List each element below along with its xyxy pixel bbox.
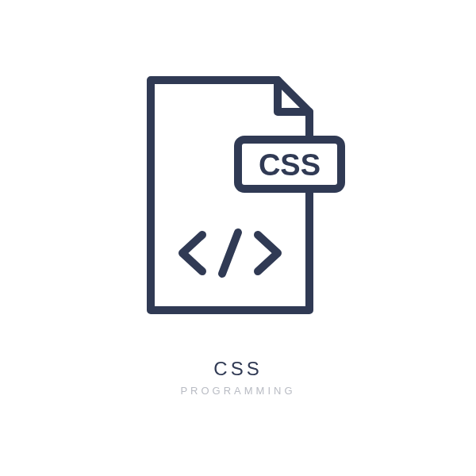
icon-subtitle: PROGRAMMING [180, 385, 295, 397]
badge-text: CSS [259, 148, 321, 182]
css-file-icon: CSS [119, 64, 357, 326]
icon-title: CSS [213, 358, 262, 380]
